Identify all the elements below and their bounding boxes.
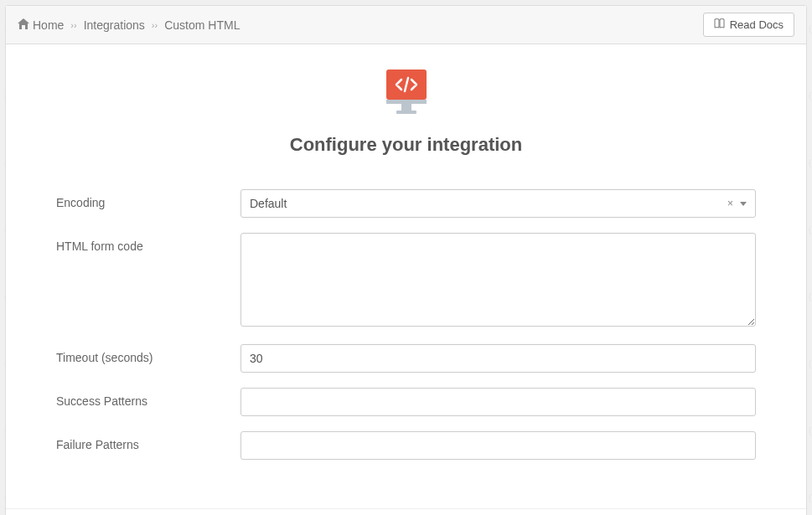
breadcrumb-current: Custom HTML <box>164 18 240 32</box>
book-icon <box>714 18 725 31</box>
success-row: Success Patterns <box>56 388 756 416</box>
encoding-row: Encoding Default × <box>56 189 756 218</box>
breadcrumb-integrations[interactable]: Integrations <box>84 18 145 32</box>
read-docs-label: Read Docs <box>730 18 784 31</box>
encoding-select[interactable]: Default × <box>240 189 756 218</box>
chevron-right-icon: ›› <box>152 20 158 30</box>
svg-rect-3 <box>396 111 416 114</box>
encoding-label: Encoding <box>56 189 240 209</box>
timeout-input[interactable] <box>240 344 756 373</box>
integration-icon <box>380 68 433 119</box>
breadcrumb-home-label: Home <box>33 18 64 32</box>
html-code-label: HTML form code <box>56 233 240 253</box>
home-icon <box>18 18 29 32</box>
read-docs-button[interactable]: Read Docs <box>703 13 794 37</box>
svg-rect-2 <box>401 104 411 111</box>
svg-rect-1 <box>386 100 427 104</box>
success-label: Success Patterns <box>56 388 240 408</box>
page-title: Configure your integration <box>56 134 756 156</box>
failure-label: Failure Patterns <box>56 431 240 451</box>
main-content: Configure your integration Encoding Defa… <box>6 44 806 508</box>
chevron-down-icon[interactable] <box>740 202 747 206</box>
footer-actions: Back Finish <box>6 508 806 515</box>
breadcrumb-integrations-label: Integrations <box>84 18 145 32</box>
timeout-label: Timeout (seconds) <box>56 344 240 364</box>
timeout-row: Timeout (seconds) <box>56 344 756 373</box>
html-code-textarea[interactable] <box>240 233 756 327</box>
success-input[interactable] <box>240 388 756 416</box>
failure-row: Failure Patterns <box>56 431 756 460</box>
configuration-form: Encoding Default × HTML form code <box>56 189 756 460</box>
breadcrumb-bar: Home ›› Integrations ›› Custom HTML Read… <box>6 6 806 44</box>
html-code-row: HTML form code <box>56 233 756 329</box>
chevron-right-icon: ›› <box>70 20 76 30</box>
breadcrumb-home[interactable]: Home <box>18 18 64 32</box>
encoding-value: Default <box>250 197 287 210</box>
breadcrumb: Home ›› Integrations ›› Custom HTML <box>18 18 240 32</box>
breadcrumb-current-label: Custom HTML <box>164 18 240 32</box>
failure-input[interactable] <box>240 431 756 460</box>
clear-icon[interactable]: × <box>727 198 733 209</box>
page-container: Home ›› Integrations ›› Custom HTML Read… <box>5 5 807 515</box>
